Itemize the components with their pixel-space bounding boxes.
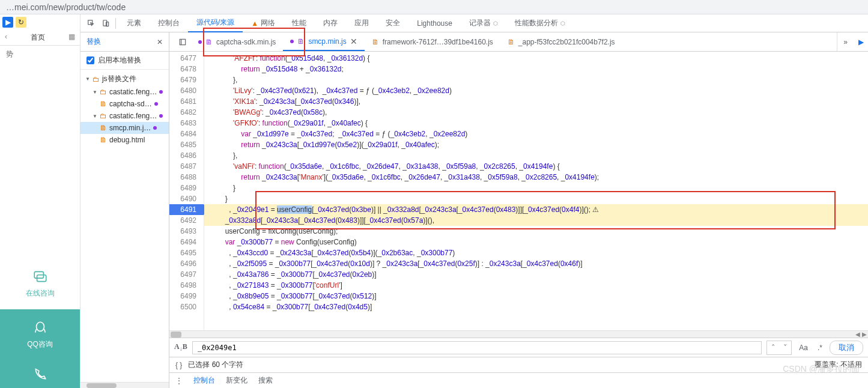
code-line[interactable]: 'AFZFf': function(_0x515d48, _0x36132d) … (204, 53, 868, 64)
devtools-tab[interactable]: 源代码/来源 (188, 14, 243, 32)
code-line[interactable]: 'GFKfO': function(_0x29a01f, _0x40afec) … (204, 118, 868, 129)
code-line[interactable]: return _0x243c3a['Mnanx'](_0x35da6e, _0x… (204, 172, 868, 183)
editor-hscroll[interactable]: ◀ ▶ (169, 330, 868, 338)
code-line[interactable]: , _0x2049e1 = userConfig[_0x4c37ed(0x3be… (204, 204, 868, 215)
code-line[interactable]: , _0x271843 = _0x300b77['confUrl'] (204, 280, 868, 291)
file-tab[interactable]: 🗎framework-7612f…39df1be4160.js (365, 32, 500, 51)
tree-file[interactable]: 🗎debug.html (80, 134, 169, 146)
code-line[interactable]: return _0x243c3a[_0x1d997e(0x5e2)](_0x29… (204, 139, 868, 150)
line-gutter[interactable]: 6477647864796480648164826483648464856486… (169, 52, 204, 330)
code-content[interactable]: 'AFZFf': function(_0x515d48, _0x36132d) … (204, 52, 868, 330)
line-number[interactable]: 6485 (169, 139, 204, 150)
code-line[interactable]: , _0x43a786 = _0x300b77[_0x4c37ed(0x2eb)… (204, 269, 868, 280)
line-number[interactable]: 6477 (169, 53, 204, 64)
tree-folder[interactable]: ▼🗀castatic.feng… (80, 110, 169, 122)
code-line[interactable]: var _0x1d997e = _0x4c37ed; _0x4c37ed = ƒ… (204, 129, 868, 139)
tab-history-icon[interactable] (174, 32, 191, 51)
file-tab[interactable]: 🗎smcp.min.js✕ (283, 32, 364, 51)
close-icon[interactable]: ✕ (157, 38, 163, 46)
line-number[interactable]: 6497 (169, 269, 204, 280)
qq-button[interactable]: QQ咨询 (0, 309, 80, 360)
tree-folder[interactable]: ▼🗀castatic.feng… (80, 86, 169, 98)
devtools-tab[interactable]: 性能 (284, 14, 315, 32)
line-number[interactable]: 6486 (169, 150, 204, 161)
line-number[interactable]: 6498 (169, 280, 204, 291)
grid-icon[interactable]: ▦ (68, 32, 75, 43)
code-line[interactable]: , 0x54ce84 = _0x300b77[_0x4c37ed(0x4d5)] (204, 302, 868, 312)
file-tab[interactable]: 🗎captcha-sdk.min.js (191, 32, 283, 51)
devtools-tab[interactable]: 控制台 (150, 14, 188, 32)
line-number[interactable]: 6484 (169, 129, 204, 139)
code-line[interactable]: } (204, 183, 868, 193)
more-tabs-icon[interactable]: » (837, 32, 854, 51)
devtools-tab[interactable]: 安全 (377, 14, 408, 32)
code-line[interactable]: } (204, 193, 868, 204)
code-line[interactable]: , _0x2f5095 = _0x300b77[_0x4c37ed(0x10d)… (204, 258, 868, 269)
line-number[interactable]: 6494 (169, 237, 204, 247)
drawer-tab[interactable]: 搜索 (258, 375, 273, 386)
code-line[interactable]: , _0x8b9e05 = _0x300b77[_0x4c37ed(0x512)… (204, 291, 868, 302)
file-tab[interactable]: 🗎_app-f53fcc2b021fc004b7f2.js (500, 32, 622, 51)
close-tab-icon[interactable]: ✕ (350, 37, 357, 46)
code-line[interactable]: return _0x515d48 + _0x36132d; (204, 64, 868, 74)
code-line[interactable]: , _0x43ccd0 = _0x243c3a[_0x4c37ed(0x5b4)… (204, 247, 868, 258)
code-line[interactable]: 'XIK1a': _0x243c3a[_0x4c37ed(0x346)], (204, 96, 868, 107)
devtools-tab[interactable]: 记录器⬡ (461, 14, 506, 32)
drawer-tab[interactable]: 控制台 (193, 375, 215, 386)
cancel-button[interactable]: 取消 (830, 341, 863, 355)
devtools-tab[interactable]: ▲网络 (243, 14, 284, 32)
line-number[interactable]: 6491 (169, 204, 204, 215)
line-number[interactable]: 6479 (169, 74, 204, 85)
device-icon[interactable] (99, 16, 113, 31)
line-number[interactable]: 6493 (169, 226, 204, 237)
code-line[interactable]: 'BWAGg': _0x4c37ed(0x58c), (204, 107, 868, 118)
consult-button[interactable]: 在线咨询 (0, 258, 80, 309)
search-input[interactable] (192, 341, 762, 354)
tree-file[interactable]: 🗎smcp.min.j… (80, 122, 169, 134)
search-prev-button[interactable]: ˄ (767, 341, 779, 354)
code-line[interactable]: }, (204, 150, 868, 161)
resume-icon[interactable]: ▶ (854, 32, 868, 51)
line-number[interactable]: 6480 (169, 85, 204, 96)
devtools-tab[interactable]: 元素 (118, 14, 150, 32)
code-line[interactable]: var _0x300b77 = new Config(userConfig) (204, 237, 868, 247)
code-editor[interactable]: 6477647864796480648164826483648464856486… (169, 52, 868, 330)
code-line[interactable]: userConfig = fixConfig(userConfig); (204, 226, 868, 237)
play-icon[interactable]: ▶ (2, 17, 13, 28)
match-case-toggle[interactable]: Aa (797, 344, 810, 352)
regex-toggle[interactable]: .* (815, 344, 825, 352)
navigator-hscroll[interactable] (80, 382, 169, 388)
phone-button[interactable] (0, 360, 80, 388)
line-number[interactable]: 6478 (169, 64, 204, 74)
line-number[interactable]: 6492 (169, 215, 204, 226)
search-mode-icon[interactable]: A↓B (174, 342, 187, 352)
line-number[interactable]: 6487 (169, 161, 204, 172)
format-icon[interactable]: { } (175, 361, 182, 369)
line-number[interactable]: 6495 (169, 247, 204, 258)
home-label[interactable]: 首页 (31, 32, 45, 43)
line-number[interactable]: 6490 (169, 193, 204, 204)
line-number[interactable]: 6488 (169, 172, 204, 183)
code-line[interactable]: _0x332a8d[_0x243c3a[_0x4c37ed(0x483)]][_… (204, 215, 868, 226)
override-checkbox[interactable] (86, 56, 94, 64)
inspect-icon[interactable] (84, 16, 99, 31)
code-line[interactable]: }, (204, 74, 868, 85)
devtools-tab[interactable]: 内存 (315, 14, 346, 32)
refresh-icon[interactable]: ↻ (16, 17, 26, 28)
drawer-tab[interactable]: 新变化 (226, 375, 247, 386)
line-number[interactable]: 6482 (169, 107, 204, 118)
devtools-tab[interactable]: 应用 (346, 14, 377, 32)
devtools-tab[interactable]: 性能数据分析⬡ (506, 14, 574, 32)
search-next-button[interactable]: ˅ (779, 341, 791, 354)
code-line[interactable]: 'LiLvy': _0x4c37ed(0x621), _0x4c37ed = ƒ… (204, 85, 868, 96)
tree-file[interactable]: 🗎captcha-sd… (80, 98, 169, 110)
drawer-menu-icon[interactable]: ⋮ (175, 377, 183, 385)
code-line[interactable]: 'vaNFi': function(_0x35da6e, _0x1c6fbc, … (204, 161, 868, 172)
tree-folder[interactable]: ▼🗀js替换文件 (80, 72, 169, 86)
back-icon[interactable]: ‹ (5, 32, 7, 43)
devtools-tab[interactable]: Lighthouse (408, 14, 461, 32)
line-number[interactable]: 6483 (169, 118, 204, 129)
line-number[interactable]: 6500 (169, 302, 204, 312)
line-number[interactable]: 6499 (169, 291, 204, 302)
line-number[interactable]: 6489 (169, 183, 204, 193)
